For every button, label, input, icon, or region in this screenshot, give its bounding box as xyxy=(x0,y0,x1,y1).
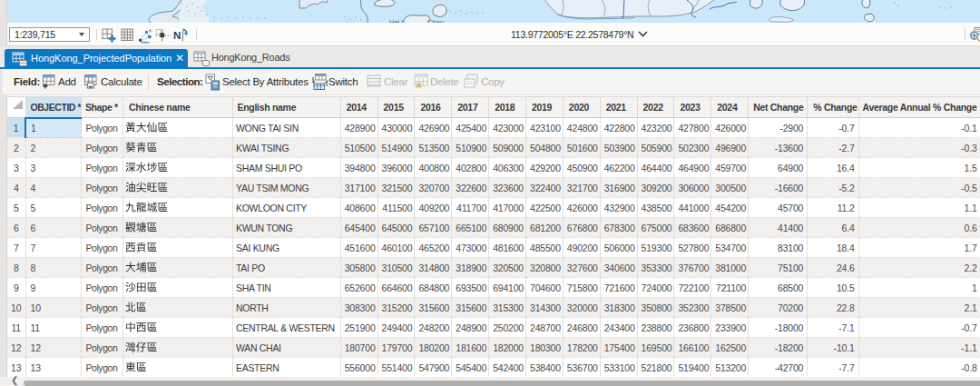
svg-text:N: N xyxy=(173,30,181,41)
